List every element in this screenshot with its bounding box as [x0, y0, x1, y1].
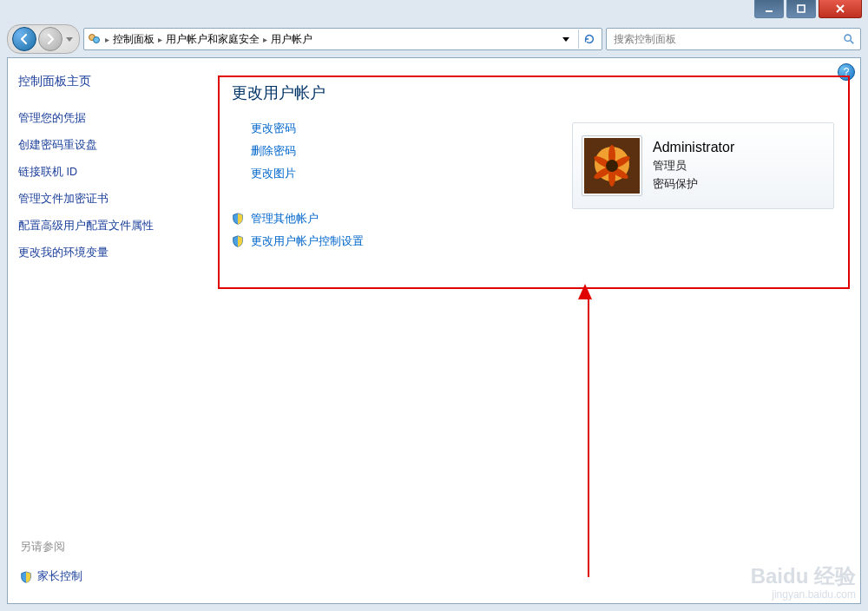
parental-controls-label: 家长控制 [37, 569, 82, 584]
breadcrumb[interactable]: ▸ 控制面板 ▸ 用户帐户和家庭安全 ▸ 用户帐户 [83, 28, 602, 50]
breadcrumb-item[interactable]: 控制面板 [113, 32, 155, 47]
breadcrumb-item[interactable]: 用户帐户和家庭安全 [166, 32, 260, 47]
address-bar-row: ▸ 控制面板 ▸ 用户帐户和家庭安全 ▸ 用户帐户 [7, 26, 861, 52]
forward-button[interactable] [38, 27, 62, 51]
maximize-button[interactable] [786, 0, 816, 18]
link-label: 更改用户帐户控制设置 [251, 233, 364, 249]
search-icon [843, 33, 855, 45]
current-user-card[interactable]: Administrator 管理员 密码保护 [572, 122, 834, 209]
svg-point-5 [94, 37, 100, 43]
content-area: 控制面板主页 管理您的凭据 创建密码重设盘 链接联机 ID 管理文件加密证书 配… [7, 57, 861, 604]
sidebar-task-link[interactable]: 创建密码重设盘 [18, 135, 201, 155]
shield-icon [20, 571, 32, 583]
minimize-button[interactable] [754, 0, 784, 18]
sidebar-task-link[interactable]: 管理文件加密证书 [18, 189, 201, 209]
close-button[interactable] [819, 0, 862, 18]
see-also-label: 另请参阅 [20, 540, 65, 555]
shield-icon [232, 213, 244, 225]
sidebar-task-link[interactable]: 管理您的凭据 [18, 108, 201, 128]
main-panel: ? 更改用户帐户 更改密码 删除密码 更改图片 管理其他帐户 [211, 58, 860, 603]
link-label: 管理其他帐户 [251, 211, 319, 227]
svg-line-7 [851, 41, 854, 44]
breadcrumb-sep: ▸ [158, 35, 162, 44]
svg-point-6 [845, 35, 851, 41]
user-picture-frame [582, 135, 642, 196]
user-name: Administrator [653, 140, 734, 155]
search-box[interactable] [606, 28, 861, 50]
sidebar-task-link[interactable]: 配置高级用户配置文件属性 [18, 216, 201, 236]
search-input[interactable] [612, 32, 843, 46]
breadcrumb-sep: ▸ [263, 35, 267, 44]
control-panel-icon [88, 32, 102, 46]
breadcrumb-item[interactable]: 用户帐户 [271, 32, 312, 47]
svg-point-16 [606, 160, 618, 172]
sidebar: 控制面板主页 管理您的凭据 创建密码重设盘 链接联机 ID 管理文件加密证书 配… [8, 58, 211, 603]
breadcrumb-dropdown[interactable] [557, 30, 575, 49]
back-button[interactable] [12, 27, 36, 51]
user-info: Administrator 管理员 密码保护 [653, 140, 734, 192]
breadcrumb-sep: ▸ [105, 35, 109, 44]
nav-buttons [7, 24, 80, 54]
help-icon[interactable]: ? [838, 63, 855, 81]
user-role: 管理员 [653, 158, 734, 174]
admin-link-list: 管理其他帐户 更改用户帐户控制设置 [232, 211, 839, 249]
history-dropdown[interactable] [63, 37, 76, 42]
window: ▸ 控制面板 ▸ 用户帐户和家庭安全 ▸ 用户帐户 控制面板主页 管理您的凭据 … [0, 0, 868, 611]
page-heading: 更改用户帐户 [232, 82, 839, 103]
window-controls [754, 0, 868, 22]
annotation-arrow [584, 284, 592, 577]
user-picture-icon [584, 138, 640, 194]
refresh-button[interactable] [578, 30, 600, 49]
sidebar-task-link[interactable]: 更改我的环境变量 [18, 243, 201, 263]
svg-rect-1 [798, 5, 805, 12]
manage-other-accounts-link[interactable]: 管理其他帐户 [232, 211, 839, 227]
shield-icon [232, 235, 244, 247]
parental-controls-link[interactable]: 家长控制 [20, 569, 82, 584]
user-protection: 密码保护 [653, 176, 734, 192]
sidebar-task-link[interactable]: 链接联机 ID [18, 162, 201, 182]
change-uac-settings-link[interactable]: 更改用户帐户控制设置 [232, 233, 839, 249]
sidebar-home-link[interactable]: 控制面板主页 [18, 74, 201, 89]
